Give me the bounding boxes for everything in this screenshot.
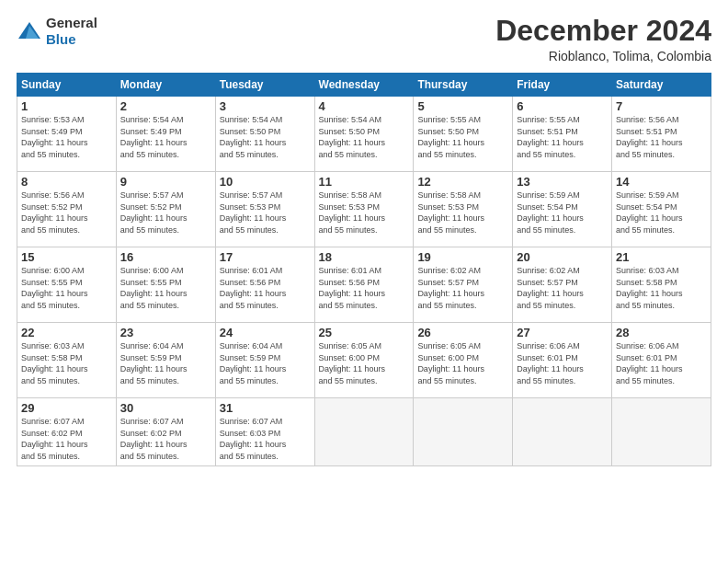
day-number: 24	[220, 326, 311, 339]
calendar-cell: 8 Sunrise: 5:56 AMSunset: 5:52 PMDayligh…	[17, 172, 117, 247]
day-info: Sunrise: 5:59 AMSunset: 5:54 PMDaylight:…	[517, 190, 608, 236]
day-number: 29	[21, 401, 112, 415]
day-number: 7	[616, 99, 707, 113]
col-monday: Monday	[116, 74, 215, 97]
calendar-cell: 4 Sunrise: 5:54 AMSunset: 5:50 PMDayligh…	[314, 97, 414, 172]
calendar-cell: 18 Sunrise: 6:01 AMSunset: 5:56 PMDaylig…	[314, 247, 414, 323]
calendar-cell: 21 Sunrise: 6:03 AMSunset: 5:58 PMDaylig…	[612, 247, 711, 323]
day-info: Sunrise: 5:54 AMSunset: 5:50 PMDaylight:…	[319, 114, 410, 160]
day-info: Sunrise: 6:03 AMSunset: 5:58 PMDaylight:…	[616, 265, 707, 311]
calendar-cell: 23 Sunrise: 6:04 AMSunset: 5:59 PMDaylig…	[116, 323, 215, 398]
day-number: 14	[616, 175, 707, 189]
day-info: Sunrise: 6:07 AMSunset: 6:03 PMDaylight:…	[220, 416, 311, 462]
calendar-cell	[414, 398, 513, 465]
day-number: 2	[120, 99, 211, 113]
logo-icon	[17, 20, 42, 42]
day-number: 6	[517, 99, 608, 113]
calendar-cell: 6 Sunrise: 5:55 AMSunset: 5:51 PMDayligh…	[513, 97, 612, 172]
calendar-cell	[513, 398, 612, 465]
calendar-cell: 20 Sunrise: 6:02 AMSunset: 5:57 PMDaylig…	[513, 247, 612, 323]
calendar-cell: 22 Sunrise: 6:03 AMSunset: 5:58 PMDaylig…	[17, 323, 117, 398]
day-number: 5	[417, 99, 508, 113]
calendar-cell: 25 Sunrise: 6:05 AMSunset: 6:00 PMDaylig…	[314, 323, 414, 398]
calendar-cell: 12 Sunrise: 5:58 AMSunset: 5:53 PMDaylig…	[414, 172, 513, 247]
day-info: Sunrise: 6:05 AMSunset: 6:00 PMDaylight:…	[417, 340, 508, 386]
day-number: 15	[21, 250, 112, 264]
day-number: 30	[120, 401, 211, 415]
col-saturday: Saturday	[612, 74, 711, 97]
day-info: Sunrise: 5:59 AMSunset: 5:54 PMDaylight:…	[616, 190, 707, 236]
day-number: 27	[517, 326, 608, 339]
day-number: 20	[517, 250, 608, 264]
day-info: Sunrise: 6:01 AMSunset: 5:56 PMDaylight:…	[220, 265, 311, 311]
day-info: Sunrise: 6:02 AMSunset: 5:57 PMDaylight:…	[417, 265, 508, 311]
calendar-cell: 15 Sunrise: 6:00 AMSunset: 5:55 PMDaylig…	[17, 247, 117, 323]
day-info: Sunrise: 6:05 AMSunset: 6:00 PMDaylight:…	[319, 340, 410, 386]
week-row-3: 15 Sunrise: 6:00 AMSunset: 5:55 PMDaylig…	[17, 247, 711, 323]
calendar-cell: 31 Sunrise: 6:07 AMSunset: 6:03 PMDaylig…	[215, 398, 314, 465]
calendar-cell: 10 Sunrise: 5:57 AMSunset: 5:53 PMDaylig…	[215, 172, 314, 247]
week-row-5: 29 Sunrise: 6:07 AMSunset: 6:02 PMDaylig…	[17, 398, 711, 465]
calendar-cell	[612, 398, 711, 465]
calendar-cell: 27 Sunrise: 6:06 AMSunset: 6:01 PMDaylig…	[513, 323, 612, 398]
calendar-cell: 26 Sunrise: 6:05 AMSunset: 6:00 PMDaylig…	[414, 323, 513, 398]
calendar-cell: 16 Sunrise: 6:00 AMSunset: 5:55 PMDaylig…	[116, 247, 215, 323]
calendar-cell: 19 Sunrise: 6:02 AMSunset: 5:57 PMDaylig…	[414, 247, 513, 323]
day-number: 3	[220, 99, 311, 113]
day-info: Sunrise: 6:06 AMSunset: 6:01 PMDaylight:…	[517, 340, 608, 386]
main-container: General Blue December 2024 Rioblanco, To…	[0, 0, 728, 476]
col-tuesday: Tuesday	[215, 74, 314, 97]
calendar-cell: 30 Sunrise: 6:07 AMSunset: 6:02 PMDaylig…	[116, 398, 215, 465]
calendar-cell: 1 Sunrise: 5:53 AMSunset: 5:49 PMDayligh…	[17, 97, 117, 172]
calendar-cell: 3 Sunrise: 5:54 AMSunset: 5:50 PMDayligh…	[215, 97, 314, 172]
day-info: Sunrise: 6:07 AMSunset: 6:02 PMDaylight:…	[120, 416, 211, 462]
day-info: Sunrise: 5:53 AMSunset: 5:49 PMDaylight:…	[21, 114, 112, 160]
logo-general: General	[46, 15, 97, 30]
day-info: Sunrise: 6:00 AMSunset: 5:55 PMDaylight:…	[120, 265, 211, 311]
calendar-table: Sunday Monday Tuesday Wednesday Thursday…	[17, 73, 711, 465]
calendar-cell: 24 Sunrise: 6:04 AMSunset: 5:59 PMDaylig…	[215, 323, 314, 398]
day-number: 18	[319, 250, 410, 264]
calendar-cell: 5 Sunrise: 5:55 AMSunset: 5:50 PMDayligh…	[414, 97, 513, 172]
col-sunday: Sunday	[17, 74, 117, 97]
header-row: Sunday Monday Tuesday Wednesday Thursday…	[17, 74, 711, 97]
day-info: Sunrise: 5:54 AMSunset: 5:49 PMDaylight:…	[120, 114, 211, 160]
day-number: 26	[417, 326, 508, 339]
day-number: 12	[417, 175, 508, 189]
location-title: Rioblanco, Tolima, Colombia	[495, 49, 711, 63]
header: General Blue December 2024 Rioblanco, To…	[17, 15, 711, 63]
day-info: Sunrise: 5:55 AMSunset: 5:51 PMDaylight:…	[517, 114, 608, 160]
day-number: 4	[319, 99, 410, 113]
day-number: 11	[319, 175, 410, 189]
day-info: Sunrise: 5:58 AMSunset: 5:53 PMDaylight:…	[417, 190, 508, 236]
day-number: 16	[120, 250, 211, 264]
day-number: 22	[21, 326, 112, 339]
col-friday: Friday	[513, 74, 612, 97]
day-info: Sunrise: 5:55 AMSunset: 5:50 PMDaylight:…	[417, 114, 508, 160]
calendar-cell: 11 Sunrise: 5:58 AMSunset: 5:53 PMDaylig…	[314, 172, 414, 247]
calendar-cell	[314, 398, 414, 465]
logo-blue: Blue	[46, 31, 76, 47]
calendar-cell: 17 Sunrise: 6:01 AMSunset: 5:56 PMDaylig…	[215, 247, 314, 323]
day-number: 28	[616, 326, 707, 339]
day-number: 1	[21, 99, 112, 113]
week-row-1: 1 Sunrise: 5:53 AMSunset: 5:49 PMDayligh…	[17, 97, 711, 172]
day-number: 31	[220, 401, 311, 415]
day-number: 13	[517, 175, 608, 189]
title-block: December 2024 Rioblanco, Tolima, Colombi…	[495, 15, 711, 63]
day-number: 23	[120, 326, 211, 339]
day-number: 17	[220, 250, 311, 264]
day-info: Sunrise: 5:57 AMSunset: 5:52 PMDaylight:…	[120, 190, 211, 236]
day-number: 10	[220, 175, 311, 189]
day-number: 8	[21, 175, 112, 189]
day-info: Sunrise: 5:56 AMSunset: 5:52 PMDaylight:…	[21, 190, 112, 236]
day-info: Sunrise: 6:03 AMSunset: 5:58 PMDaylight:…	[21, 340, 112, 386]
calendar-cell: 29 Sunrise: 6:07 AMSunset: 6:02 PMDaylig…	[17, 398, 117, 465]
calendar-cell: 28 Sunrise: 6:06 AMSunset: 6:01 PMDaylig…	[612, 323, 711, 398]
month-title: December 2024	[495, 15, 711, 47]
day-info: Sunrise: 5:57 AMSunset: 5:53 PMDaylight:…	[220, 190, 311, 236]
calendar-cell: 7 Sunrise: 5:56 AMSunset: 5:51 PMDayligh…	[612, 97, 711, 172]
col-wednesday: Wednesday	[314, 74, 414, 97]
day-info: Sunrise: 6:02 AMSunset: 5:57 PMDaylight:…	[517, 265, 608, 311]
calendar-cell: 14 Sunrise: 5:59 AMSunset: 5:54 PMDaylig…	[612, 172, 711, 247]
